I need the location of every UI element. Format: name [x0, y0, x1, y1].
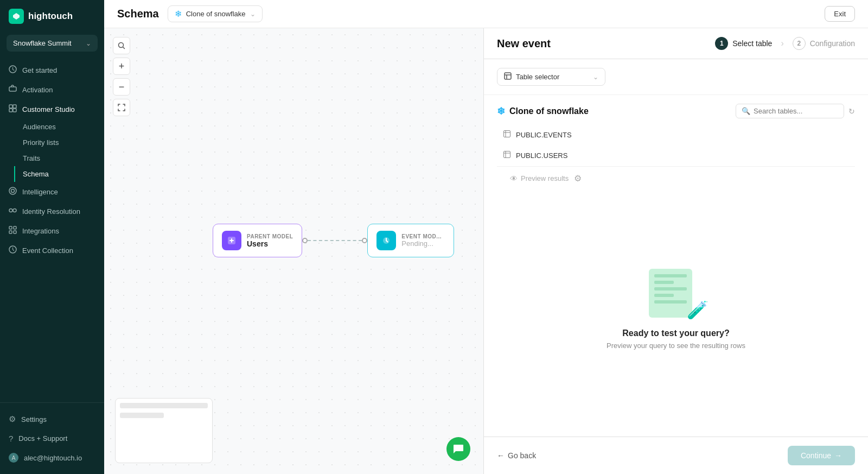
- workspace-selector[interactable]: Snowflake Summit ⌄: [7, 35, 98, 52]
- svg-rect-2: [9, 105, 12, 108]
- svg-rect-10: [9, 226, 12, 229]
- sidebar-bottom: ⚙ Settings ? Docs + Support A alec@hight…: [0, 402, 104, 474]
- svg-rect-13: [14, 231, 16, 233]
- svg-point-6: [9, 187, 16, 194]
- minimap-bar-1: [120, 403, 208, 408]
- connector-dot-right: [362, 238, 367, 243]
- tables-list-section: ❄ Clone of snowflake 🔍 ↻: [484, 95, 868, 437]
- minimap: [115, 398, 213, 463]
- source-name: ❄ Clone of snowflake: [497, 105, 589, 117]
- parent-model-text: PARENT MODEL Users: [247, 233, 293, 248]
- doc-line-5: [654, 300, 687, 304]
- step-2-number: 2: [793, 37, 806, 50]
- svg-point-7: [11, 189, 15, 193]
- svg-point-9: [13, 209, 16, 212]
- table-row-events-label: PUBLIC.EVENTS: [516, 131, 572, 139]
- go-back-button[interactable]: ← Go back: [497, 451, 536, 460]
- step-1: 1 Select table: [715, 37, 772, 50]
- sidebar-item-user[interactable]: A alec@hightouch.io: [0, 448, 104, 467]
- arrow-left-icon: ←: [497, 451, 505, 460]
- minimap-content: [116, 399, 212, 422]
- integrations-icon: [9, 226, 17, 236]
- svg-rect-18: [505, 73, 511, 79]
- step-divider: ›: [781, 39, 783, 48]
- sidebar-item-docs-support[interactable]: ? Docs + Support: [0, 429, 104, 448]
- empty-state-title: Ready to test your query?: [622, 328, 729, 338]
- svg-rect-19: [504, 131, 510, 137]
- workspace-name: Snowflake Summit: [13, 39, 72, 47]
- sidebar-item-label-identity-resolution: Identity Resolution: [22, 207, 80, 216]
- event-collection-icon: [9, 245, 17, 255]
- search-box: 🔍: [736, 104, 844, 118]
- chat-button[interactable]: [446, 437, 470, 461]
- page-title: Schema: [117, 8, 159, 20]
- snowflake-icon: ❄: [175, 9, 182, 19]
- nav-section: Get started Activation Customer Studio A…: [0, 58, 104, 402]
- zoom-out-button[interactable]: −: [113, 78, 130, 96]
- sidebar-item-audiences[interactable]: Audiences: [23, 119, 104, 135]
- preview-results-label: Preview results: [521, 174, 569, 182]
- table-selector-control[interactable]: Table selector ⌄: [497, 68, 605, 86]
- sidebar-item-identity-resolution[interactable]: Identity Resolution: [0, 201, 104, 221]
- search-canvas-button[interactable]: [113, 37, 130, 54]
- connector-dot-left: [302, 238, 308, 243]
- node-cards: PARENT MODEL Users: [213, 224, 454, 257]
- sidebar-item-activation[interactable]: Activation: [0, 80, 104, 99]
- content-split: + − PARENT MODEL: [104, 28, 868, 474]
- docs-support-label: Docs + Support: [18, 434, 67, 443]
- parent-model-label: PARENT MODEL: [247, 233, 293, 239]
- preview-results-button[interactable]: 👁 Preview results: [510, 174, 569, 183]
- eye-icon: 👁: [510, 174, 518, 183]
- parent-model-node[interactable]: PARENT MODEL Users: [213, 224, 302, 257]
- search-icon: 🔍: [742, 107, 750, 115]
- step-2-label: Configuration: [810, 39, 855, 48]
- logo-icon: [9, 9, 24, 24]
- preview-settings-icon[interactable]: ⚙: [574, 173, 582, 184]
- continue-button[interactable]: Continue →: [788, 446, 855, 465]
- step-1-label: Select table: [732, 39, 772, 48]
- exit-button[interactable]: Exit: [825, 6, 855, 22]
- right-panel-title: New event: [497, 37, 551, 50]
- parent-model-icon: [222, 231, 241, 250]
- refresh-icon[interactable]: ↻: [848, 107, 855, 116]
- sidebar-item-customer-studio[interactable]: Customer Studio: [0, 99, 104, 119]
- logo-text: hightouch: [28, 11, 73, 22]
- zoom-in-button[interactable]: +: [113, 58, 130, 75]
- sidebar-item-event-collection[interactable]: Event Collection: [0, 241, 104, 260]
- parent-model-name: Users: [247, 239, 293, 248]
- table-row-users-label: PUBLIC.USERS: [516, 151, 567, 160]
- topbar-left: Schema ❄ Clone of snowflake ⌄: [117, 5, 263, 22]
- sidebar-item-intelligence[interactable]: Intelligence: [0, 182, 104, 201]
- sidebar-item-priority-lists[interactable]: Priority lists: [23, 135, 104, 150]
- sidebar-item-label-customer-studio: Customer Studio: [22, 105, 75, 113]
- svg-rect-20: [504, 151, 510, 158]
- connector: [302, 238, 367, 243]
- help-icon: ?: [9, 434, 13, 443]
- sidebar-item-traits[interactable]: Traits: [23, 150, 104, 166]
- settings-icon: ⚙: [9, 414, 16, 424]
- svg-point-8: [9, 209, 12, 212]
- empty-state-description: Preview your query to see the resulting …: [607, 342, 745, 350]
- table-selector-label: Table selector: [516, 73, 559, 81]
- doc-line-4: [654, 294, 674, 297]
- step-1-number: 1: [715, 37, 728, 50]
- schema-selector-label: Clone of snowflake: [186, 10, 246, 18]
- activation-icon: [9, 85, 17, 94]
- sidebar-item-get-started[interactable]: Get started: [0, 60, 104, 80]
- plus-icon: +: [119, 61, 125, 71]
- table-row-events[interactable]: PUBLIC.EVENTS: [497, 125, 855, 144]
- svg-rect-12: [9, 231, 12, 233]
- fit-view-button[interactable]: [113, 99, 130, 116]
- sidebar-item-settings[interactable]: ⚙ Settings: [0, 409, 104, 429]
- schema-label: Schema: [23, 170, 49, 178]
- source-name-label: Clone of snowflake: [509, 106, 589, 116]
- arrow-right-icon: →: [834, 451, 842, 460]
- sidebar-item-schema[interactable]: Schema: [14, 166, 104, 182]
- schema-selector[interactable]: ❄ Clone of snowflake ⌄: [168, 5, 263, 22]
- sidebar: hightouch Snowflake Summit ⌄ Get started…: [0, 0, 104, 474]
- event-model-node[interactable]: EVENT MOD... Pending...: [367, 224, 454, 257]
- search-input[interactable]: [754, 107, 838, 115]
- sidebar-item-integrations[interactable]: Integrations: [0, 221, 104, 241]
- table-row-users[interactable]: PUBLIC.USERS: [497, 146, 855, 165]
- canvas-toolbar: + −: [113, 37, 130, 116]
